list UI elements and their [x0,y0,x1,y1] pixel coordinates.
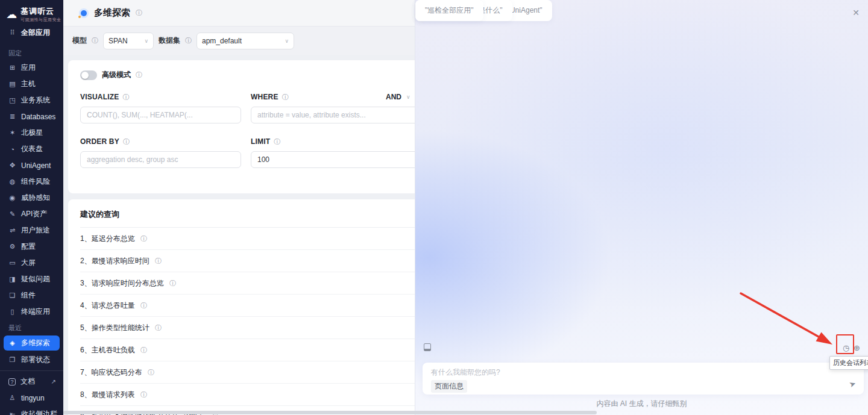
sidebar-item[interactable]: ≣ Databases [0,108,63,125]
sidebar-item[interactable]: ▤ 主机 [0,76,63,92]
sidebar-item-label: 北极星 [21,128,43,138]
sidebar-item[interactable]: ◈ 多维探索 [4,335,60,351]
dataset-select[interactable]: apm_default ∨ [197,33,294,49]
sidebar-item-icon: ⚙ [8,243,16,251]
info-icon[interactable]: ⓘ [122,93,129,102]
sidebar-item-icon: ◉ [8,194,16,202]
sidebar-item-icon: ✶ [8,129,16,137]
sidebar-item-label: 终端应用 [21,307,50,317]
app-logo[interactable]: ☁ 基调听云 可观测性与应用安全 [0,0,63,28]
model-label: 模型 [72,36,87,46]
logo-title: 基调听云 [20,6,61,17]
info-icon[interactable]: ⓘ [148,369,154,376]
sidebar-item-icon: ◍ [8,178,16,186]
annotation-highlight-box [836,334,854,354]
info-icon[interactable]: ⓘ [185,36,192,45]
info-icon[interactable]: ⓘ [136,8,142,17]
suggested-query-label: 3、请求响应时间分布总览 [80,279,164,287]
close-icon[interactable]: ✕ [852,8,860,17]
sidebar-item-icon: ⇌ [8,226,16,234]
sidebar-item-icon: ▤ [8,80,16,88]
info-icon[interactable]: ⓘ [140,302,147,309]
sidebar-item[interactable]: ⇌ 用户旅途 [0,222,63,239]
sidebar-item[interactable]: ⚙ 配置 [0,239,63,255]
send-icon[interactable]: ➤ [848,379,857,390]
sidebar-item-icon: ✎ [8,210,16,218]
sidebar-item[interactable]: ◔ 仪表盘 [0,141,63,157]
sidebar-item-label: 疑似问题 [21,274,50,284]
chevron-down-icon: ∨ [144,38,148,44]
sidebar-divider [0,370,63,371]
sidebar-item-all-apps[interactable]: ⠿ 全部应用 [0,28,63,38]
sidebar-item-icon: ≣ [8,113,16,120]
sidebar-item-collapse[interactable]: ⇤ 收起侧边栏 [0,406,63,415]
sidebar-nav: ⊞ 应用 ▤ 主机 ◳ 业务系统 ≣ Databases ✶ 北极星 [0,60,63,320]
external-link-icon[interactable]: ↗ [51,378,56,385]
sidebar-item-label: UniAgent [21,161,51,170]
limit-label: LIMIT [251,137,270,146]
horizontal-scrollbar[interactable] [63,411,597,414]
sidebar-section-recent: 最近 [0,320,63,334]
chevron-down-icon: ∨ [406,94,410,100]
suggested-query-label: 6、主机吞吐负载 [80,346,135,354]
ai-suggestion-bubble[interactable]: "巡检全部应用" [415,0,483,21]
sidebar-item[interactable]: ◉ 威胁感知 [0,190,63,206]
sidebar-item-icon: ❏ [8,292,16,299]
orderby-input[interactable] [80,151,241,168]
dataset-select-value: apm_default [202,37,242,45]
info-icon[interactable]: ⓘ [282,93,289,102]
sidebar-item-label: 组件风险 [21,176,50,187]
advanced-mode-toggle[interactable] [80,70,97,80]
sidebar-item-icon: ▯ [8,308,16,316]
sidebar-item-label: 大屏 [21,258,36,268]
info-icon[interactable]: ⓘ [274,137,280,146]
cloud-logo-icon: ☁ [6,9,17,20]
sidebar-item[interactable]: ✥ UniAgent [0,157,63,173]
model-select[interactable]: SPAN ∨ [103,33,154,49]
sidebar-item[interactable]: ⊞ 应用 [0,60,63,76]
info-icon[interactable]: ⓘ [136,70,142,80]
sidebar-item-label: 用户旅途 [21,225,50,236]
suggested-query-label: 5、操作类型性能统计 [80,323,149,332]
sidebar: ☁ 基调听云 可观测性与应用安全 ⠿ 全部应用 固定 ⊞ 应用 ▤ 主机 ◳ 业… [0,0,63,415]
sidebar-item[interactable]: ▯ 终端应用 [0,304,63,320]
page-info-chip[interactable]: 页面信息 [431,380,467,393]
info-icon[interactable]: ⓘ [140,235,147,242]
info-icon[interactable]: ⓘ [140,391,147,398]
info-icon[interactable]: ⓘ [155,324,162,331]
sidebar-item-docs[interactable]: ? 文档 ↗ [0,373,63,390]
notebook-icon[interactable] [424,343,431,351]
sidebar-item-label: 多维探索 [21,338,50,348]
ai-assistant-panel: ☁ ✦ 观云 AI ⓘ ✕ "在Linux服务器上怎么部署UniAgent" "… [415,0,868,415]
chat-input[interactable]: 有什么我能帮您的吗? 页面信息 ➤ [423,363,864,395]
sidebar-item[interactable]: ✎ API资产 [0,206,63,222]
sidebar-item-label: 部署状态 [21,355,50,365]
sidebar-item[interactable]: ◨ 疑似问题 [0,271,63,287]
sidebar-item-icon: ▭ [8,259,16,267]
sidebar-item-user[interactable]: ♙ tingyun [0,390,63,406]
info-icon[interactable]: ⓘ [169,279,176,287]
sidebar-item-label: 配置 [21,242,36,252]
suggested-query-label: 8、最慢请求列表 [80,390,135,399]
sidebar-item[interactable]: ◳ 业务系统 [0,92,63,108]
sidebar-item-icon: ◳ [8,96,16,104]
new-chat-icon[interactable]: ⊕ [854,344,860,352]
logo-subtitle: 可观测性与应用安全 [20,17,61,23]
sidebar-item[interactable]: ◍ 组件风险 [0,173,63,190]
info-icon[interactable]: ⓘ [123,137,130,146]
sidebar-item[interactable]: ❐ 部署状态 [0,352,63,368]
sidebar-item[interactable]: ▭ 大屏 [0,255,63,271]
annotation-arrow [415,0,868,415]
info-icon[interactable]: ⓘ [92,36,98,45]
suggested-query-label: 2、最慢请求响应时间 [80,257,149,265]
sidebar-item-label: API资产 [21,209,47,219]
where-operator-select[interactable]: AND ∨ [386,93,410,101]
info-icon[interactable]: ⓘ [155,257,162,264]
visualize-input[interactable] [80,107,241,123]
sidebar-item[interactable]: ✶ 北极星 [0,125,63,141]
history-tooltip: 历史会话列表 [829,356,868,370]
info-icon[interactable]: ⓘ [140,346,147,354]
sidebar-section-fixed: 固定 [0,45,63,60]
sidebar-item-label: Databases [21,113,55,121]
sidebar-item[interactable]: ❏ 组件 [0,287,63,304]
